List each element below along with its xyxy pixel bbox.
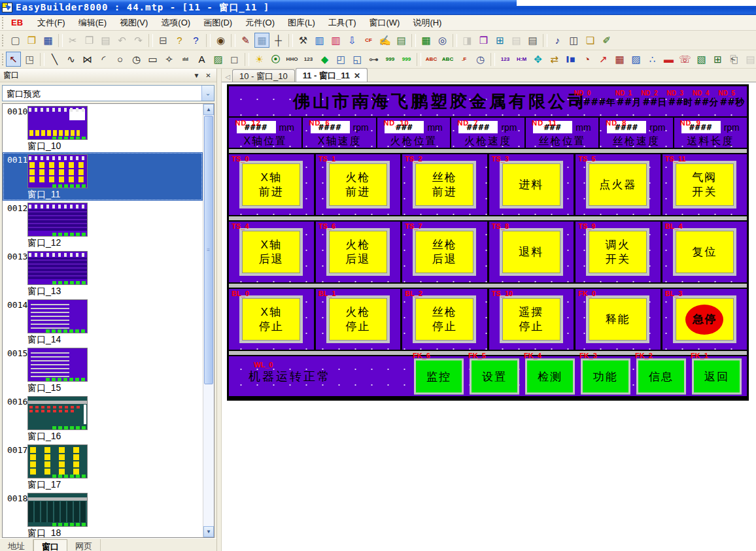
chevron-down-icon[interactable]: ⌄: [201, 86, 214, 101]
editor-tab-window-10[interactable]: 10 - 窗口_10: [232, 69, 295, 82]
direct-window-icon[interactable]: ◰: [334, 52, 349, 67]
hmi-nav-function[interactable]: FK_3 功能: [581, 358, 630, 394]
picture-icon[interactable]: ▨: [211, 52, 226, 67]
event-log-icon[interactable]: ☏: [678, 52, 693, 67]
scroll-down-icon[interactable]: ▼: [203, 526, 214, 537]
stack2-icon[interactable]: ▤: [525, 33, 540, 48]
move-shape-icon[interactable]: ✥: [530, 52, 545, 67]
ascii-display-icon[interactable]: 999: [399, 52, 414, 67]
line-icon[interactable]: ╲: [47, 52, 62, 67]
menu-edit[interactable]: 编辑(E): [72, 16, 113, 30]
separator[interactable]: [58, 34, 63, 47]
menu-file[interactable]: 文件(F): [31, 16, 72, 30]
brush-icon[interactable]: ✎: [238, 33, 253, 48]
cf-card-icon[interactable]: CF: [361, 33, 376, 48]
list-item[interactable]: 0015 窗口_15: [3, 346, 203, 394]
build-download-icon[interactable]: ❒: [476, 33, 491, 48]
hmi-nav-detect[interactable]: FK_4 检测: [525, 358, 575, 394]
snap-icon[interactable]: ┼: [271, 33, 286, 48]
menu-object[interactable]: 元件(O): [239, 16, 281, 30]
display-time-icon[interactable]: H:M: [514, 52, 529, 67]
numeric-input-icon[interactable]: 123: [301, 52, 316, 67]
scheduler-icon[interactable]: ⊞: [710, 52, 725, 67]
find-icon[interactable]: ◉: [213, 33, 228, 48]
pie-icon[interactable]: ◷: [129, 52, 144, 67]
ascii-input2-icon[interactable]: ABC: [440, 52, 455, 67]
shape-icon[interactable]: ◻: [227, 52, 242, 67]
window-preview-combo[interactable]: 窗口预览 ⌄: [2, 85, 215, 101]
separator[interactable]: [245, 53, 249, 66]
table-icon[interactable]: ▦: [419, 33, 434, 48]
label-library-icon[interactable]: ❏: [583, 33, 598, 48]
list-item[interactable]: 0016 窗口_16: [3, 394, 203, 442]
menu-option[interactable]: 选项(O): [154, 16, 197, 30]
csv-icon[interactable]: ▤: [394, 33, 409, 48]
clock-icon[interactable]: ◷: [473, 52, 488, 67]
separator[interactable]: [417, 53, 421, 66]
list-item[interactable]: 0014 窗口_14: [3, 297, 203, 346]
datetime-display[interactable]: ND_0####年 ND_1##月 ND_2##日 ND_3##时 ND_4##…: [574, 97, 744, 109]
numeric-feed-length[interactable]: ND_9 #### rpm 送料长度: [674, 118, 747, 148]
hmi-nav-monitor[interactable]: FK_6 监控: [414, 358, 464, 394]
menu-help[interactable]: 说明(H): [406, 16, 448, 30]
undo-icon[interactable]: ↶: [114, 33, 129, 48]
redo-icon[interactable]: ↷: [131, 33, 146, 48]
separator[interactable]: [453, 34, 457, 47]
window-copy-icon[interactable]: ◫: [566, 33, 581, 48]
backup-icon[interactable]: ⎗: [727, 52, 742, 67]
list-item[interactable]: 0010 窗口_10: [3, 104, 203, 152]
panel-close-icon[interactable]: ✕: [203, 71, 213, 80]
scale-icon[interactable]: ılıl: [178, 52, 193, 67]
compile-icon[interactable]: ⚒: [296, 33, 311, 48]
new-icon[interactable]: ▢: [8, 33, 23, 48]
print-icon[interactable]: ⊟: [156, 33, 171, 48]
scatter-icon[interactable]: ∴: [645, 52, 660, 67]
cut-icon[interactable]: ✂: [65, 33, 80, 48]
data-transfer-icon[interactable]: ⇄: [547, 52, 562, 67]
sidebar-tab-address[interactable]: 地址: [0, 539, 33, 551]
meter-display-icon[interactable]: ◔: [579, 52, 594, 67]
window-list-scrollbar[interactable]: ▲ ≡ ▼: [203, 104, 214, 537]
rectangle-icon[interactable]: ▭: [145, 52, 160, 67]
paste-icon[interactable]: ▤: [98, 33, 113, 48]
polygon-icon[interactable]: ✧: [162, 52, 177, 67]
separator[interactable]: [231, 34, 235, 47]
save-icon[interactable]: ▦: [41, 33, 56, 48]
menu-draw[interactable]: 画图(D): [197, 16, 239, 30]
numeric-torch-speed[interactable]: ND_7 #### rpm 火枪速度: [451, 118, 525, 148]
object-properties-icon[interactable]: ◳: [22, 52, 37, 67]
panel-collapse-icon[interactable]: ▼: [192, 71, 201, 80]
machine-status[interactable]: WL_0 机器运转正常: [249, 369, 331, 384]
sound-icon[interactable]: ♪: [550, 33, 565, 48]
ellipse-icon[interactable]: ○: [112, 52, 128, 67]
tab-close-icon[interactable]: ✕: [354, 71, 360, 80]
separator[interactable]: [148, 34, 153, 47]
toggle-switch-icon[interactable]: HHO: [284, 52, 300, 67]
numeric-display-icon[interactable]: 999: [383, 52, 398, 67]
bit-lamp-icon[interactable]: ☀: [252, 52, 267, 67]
data-sampling-icon[interactable]: ▧: [694, 52, 709, 67]
select-arrow-icon[interactable]: ↖: [6, 52, 21, 67]
text-icon[interactable]: A: [194, 52, 209, 67]
plc-control-icon[interactable]: ⊶: [366, 52, 381, 67]
list-item[interactable]: 0017 窗口_17: [3, 442, 203, 491]
list-item[interactable]: 0013 窗口_13: [3, 249, 203, 297]
alarm-bar-icon[interactable]: ▬: [661, 52, 676, 67]
function-f-icon[interactable]: .F: [456, 52, 472, 67]
sidebar-tab-web[interactable]: 网页: [67, 539, 101, 551]
history-table-icon[interactable]: ▦: [612, 52, 627, 67]
bezier-icon[interactable]: ∿: [63, 52, 78, 67]
offline-simulation-icon[interactable]: ▥: [328, 33, 343, 48]
menu-window[interactable]: 窗口(W): [362, 16, 406, 30]
function-key-icon[interactable]: ◆: [317, 52, 332, 67]
trend-display-icon[interactable]: ↗: [596, 52, 611, 67]
ascii-input-icon[interactable]: ABC: [424, 52, 439, 67]
environment-icon[interactable]: ⊞: [492, 33, 507, 48]
panel-splitter[interactable]: [217, 69, 222, 551]
sidebar-tab-window[interactable]: 窗口: [33, 539, 67, 551]
separator[interactable]: [206, 34, 211, 47]
hmi-nav-info[interactable]: FK_2 信息: [636, 358, 686, 394]
picture-view-icon[interactable]: ▨: [628, 52, 644, 67]
download-icon[interactable]: ⇩: [345, 33, 360, 48]
indirect-window-icon[interactable]: ◱: [350, 52, 365, 67]
